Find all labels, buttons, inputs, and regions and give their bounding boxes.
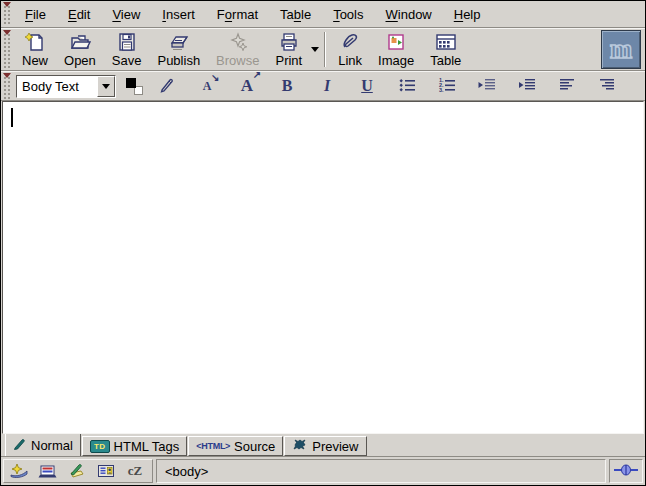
address-book-button[interactable]	[95, 461, 117, 481]
tab-normal[interactable]: Normal	[5, 433, 81, 456]
print-icon	[278, 31, 300, 53]
new-page-icon	[24, 31, 46, 53]
menubar-grip-handle[interactable]	[2, 2, 12, 26]
tab-html-tags-label: HTML Tags	[114, 439, 180, 454]
td-tag-icon: TD	[90, 440, 110, 453]
browse-icon	[227, 31, 249, 53]
status-bar: cZ <body>	[1, 457, 645, 485]
open-folder-icon	[69, 31, 91, 53]
italic-button[interactable]: I	[314, 73, 340, 99]
main-toolbar: New Open	[1, 28, 645, 71]
formatbar-grip-handle[interactable]	[2, 73, 12, 99]
pen-icon	[158, 76, 176, 97]
outdent-icon	[477, 77, 497, 96]
bullet-list-button[interactable]	[394, 73, 420, 99]
menu-window[interactable]: Window	[375, 3, 443, 26]
mozilla-throbber-logo[interactable]: m	[601, 30, 641, 69]
table-button-label: Table	[430, 53, 461, 68]
toolbar-separator	[324, 32, 326, 67]
menu-view[interactable]: View	[101, 3, 151, 26]
document-edit-area[interactable]	[2, 101, 644, 434]
increase-font-icon: A↗	[241, 76, 253, 96]
print-dropdown-arrow[interactable]	[310, 32, 320, 68]
menu-help[interactable]: Help	[443, 3, 492, 26]
component-bar: cZ	[3, 459, 153, 483]
numbered-list-icon: 1.2.3.	[438, 77, 456, 96]
print-button[interactable]: Print	[267, 28, 310, 72]
align-left-icon	[558, 77, 576, 96]
image-button[interactable]: Image	[370, 28, 422, 72]
paragraph-format-select[interactable]: Body Text	[16, 75, 116, 98]
align-left-button[interactable]	[554, 73, 580, 99]
online-status-cell[interactable]	[609, 459, 643, 483]
tab-source[interactable]: <HTML> Source	[188, 436, 283, 456]
menu-bar: File Edit View Insert Format Table Tools…	[1, 1, 645, 28]
table-button[interactable]: Table	[422, 28, 469, 72]
menu-file[interactable]: File	[14, 3, 57, 26]
text-color-picker[interactable]	[126, 78, 143, 95]
browse-button[interactable]: Browse	[208, 28, 267, 72]
highlight-pen-button[interactable]	[154, 73, 180, 99]
menu-tools[interactable]: Tools	[322, 3, 374, 26]
chatzilla-logo: cZ	[128, 463, 142, 479]
table-icon	[434, 31, 458, 53]
increase-font-size-button[interactable]: A↗	[234, 73, 260, 99]
open-button-label: Open	[64, 53, 96, 68]
mail-button[interactable]	[37, 461, 59, 481]
new-button-label: New	[22, 53, 48, 68]
element-path-field[interactable]: <body>	[156, 459, 606, 483]
online-plug-icon	[613, 462, 639, 480]
image-icon	[385, 31, 407, 53]
svg-text:3.: 3.	[439, 87, 444, 93]
composer-button[interactable]	[66, 461, 88, 481]
print-button-label: Print	[275, 53, 302, 68]
edit-mode-tab-bar: Normal TD HTML Tags <HTML> Source Previe…	[1, 434, 645, 457]
underline-button[interactable]: U	[354, 73, 380, 99]
tab-html-tags[interactable]: TD HTML Tags	[82, 436, 187, 456]
link-paperclip-icon	[339, 31, 361, 53]
indent-icon	[517, 77, 537, 96]
new-button[interactable]: New	[14, 28, 56, 72]
outdent-button[interactable]	[474, 73, 500, 99]
open-button[interactable]: Open	[56, 28, 104, 72]
indent-button[interactable]	[514, 73, 540, 99]
menu-edit[interactable]: Edit	[57, 3, 101, 26]
decrease-font-icon: A↘	[203, 79, 212, 94]
preview-icon	[292, 439, 308, 454]
paragraph-format-value: Body Text	[17, 76, 97, 97]
underline-label: U	[361, 77, 373, 95]
text-caret	[11, 108, 13, 127]
link-button-label: Link	[338, 53, 362, 68]
numbered-list-button[interactable]: 1.2.3.	[434, 73, 460, 99]
save-button[interactable]: Save	[104, 28, 150, 72]
browse-button-label: Browse	[216, 53, 259, 68]
save-button-label: Save	[112, 53, 142, 68]
image-button-label: Image	[378, 53, 414, 68]
chatzilla-button[interactable]: cZ	[124, 461, 146, 481]
toolbar-grip-handle[interactable]	[2, 30, 12, 69]
align-right-button[interactable]	[594, 73, 620, 99]
composer-window: File Edit View Insert Format Table Tools…	[0, 0, 646, 486]
paragraph-format-dropdown-arrow[interactable]	[97, 76, 115, 97]
publish-icon	[167, 31, 191, 53]
format-toolbar: Body Text A↘ A↗ B	[1, 71, 645, 101]
menu-table[interactable]: Table	[269, 3, 322, 26]
bold-label: B	[282, 77, 293, 95]
publish-button[interactable]: Publish	[149, 28, 208, 72]
save-floppy-icon	[116, 31, 138, 53]
link-button[interactable]: Link	[330, 28, 370, 72]
normal-pen-icon	[13, 437, 27, 453]
align-right-icon	[598, 77, 616, 96]
tab-preview[interactable]: Preview	[284, 436, 366, 456]
menu-format[interactable]: Format	[206, 3, 269, 26]
html-source-icon: <HTML>	[196, 441, 230, 451]
tab-source-label: Source	[234, 439, 275, 454]
menu-insert[interactable]: Insert	[151, 3, 206, 26]
foreground-color-swatch	[126, 78, 136, 88]
decrease-font-size-button[interactable]: A↘	[194, 73, 220, 99]
italic-label: I	[324, 77, 330, 95]
mozilla-logo-letter: m	[610, 36, 633, 63]
bold-button[interactable]: B	[274, 73, 300, 99]
tab-normal-label: Normal	[31, 438, 73, 453]
navigator-button[interactable]	[8, 461, 30, 481]
